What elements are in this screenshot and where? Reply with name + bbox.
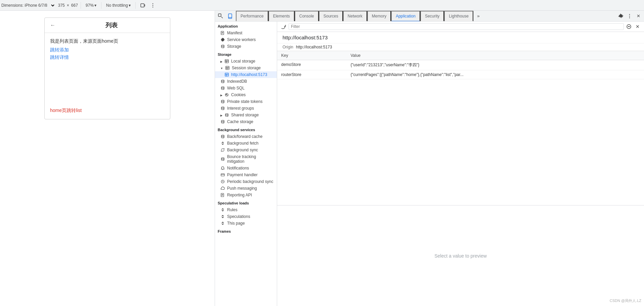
session-storage-label: Session storage: [232, 66, 261, 70]
dimensions-label: Dimensions: iPhone 6/7/8: [1, 3, 47, 8]
sidebar-item-background-fetch[interactable]: Background fetch: [215, 140, 277, 147]
tab-console[interactable]: Console: [295, 11, 319, 22]
svg-rect-5: [228, 14, 232, 18]
sidebar-item-back-forward-cache[interactable]: Back/forward cache: [215, 133, 277, 140]
tab-sources[interactable]: Sources: [319, 11, 343, 22]
svg-point-14: [221, 45, 224, 46]
sidebar-item-bounce-tracking[interactable]: Bounce tracking mitigation: [215, 153, 277, 165]
sidebar-item-this-page[interactable]: This page: [215, 220, 277, 227]
row2-key: routerStore: [277, 70, 346, 79]
tab-memory[interactable]: Memory: [367, 11, 391, 22]
background-fetch-label: Background fetch: [227, 141, 258, 146]
refresh-btn[interactable]: [280, 23, 287, 30]
shared-storage-icon: [224, 113, 229, 117]
rotate-icon-btn[interactable]: [138, 1, 147, 10]
sidebar-item-reporting-api[interactable]: Reporting API: [215, 192, 277, 198]
sidebar-item-speculations[interactable]: Speculations: [215, 213, 277, 220]
filter-bar: ✕: [277, 22, 644, 32]
sidebar-item-periodic-bg-sync[interactable]: Periodic background sync: [215, 178, 277, 185]
sidebar-item-storage[interactable]: Storage: [215, 43, 277, 50]
separator1: [81, 2, 81, 9]
tab-network[interactable]: Network: [343, 11, 367, 22]
expand-shared-storage-icon: [220, 113, 222, 117]
sidebar-item-background-sync[interactable]: Background sync: [215, 147, 277, 153]
tab-elements[interactable]: Elements: [268, 11, 295, 22]
notifications-label: Notifications: [227, 166, 249, 170]
payment-handler-label: Payment handler: [227, 173, 258, 177]
filter-input[interactable]: [289, 23, 624, 30]
fetch-icon: [220, 141, 225, 146]
bell-icon: [220, 166, 225, 170]
devtools-sidebar: Application Manifest Service workers: [215, 22, 277, 306]
manifest-label: Manifest: [227, 31, 242, 35]
sidebar-item-cache-storage[interactable]: Cache storage: [215, 118, 277, 125]
mobile-frame: ← 列表 我是列表页面，来源页面home页 跳转添加 跳转详情 home页跳转l…: [44, 17, 170, 119]
close-devtools-btn[interactable]: ✕: [634, 12, 643, 21]
sidebar-item-websql[interactable]: Web SQL: [215, 85, 277, 91]
section-storage: Storage: [215, 50, 277, 58]
svg-point-28: [221, 87, 224, 88]
table-row[interactable]: routerStore {"currentPages":[{"pathName"…: [277, 70, 644, 79]
more-tabs-btn[interactable]: »: [474, 12, 483, 21]
svg-point-27: [221, 80, 224, 81]
card-icon: [220, 173, 225, 177]
sidebar-item-payment-handler[interactable]: Payment handler: [215, 171, 277, 178]
sidebar-item-notifications[interactable]: Notifications: [215, 165, 277, 171]
cookie-icon: [224, 92, 229, 97]
svg-point-30: [226, 94, 226, 95]
device-select[interactable]: [49, 3, 55, 8]
column-value: Value: [346, 51, 644, 60]
sidebar-item-session-storage[interactable]: Session storage: [215, 65, 277, 71]
link-add[interactable]: 跳转添加: [50, 47, 165, 53]
sidebar-item-interest-groups[interactable]: Interest groups: [215, 105, 277, 112]
speculations-label: Speculations: [227, 214, 250, 219]
sidebar-item-shared-storage[interactable]: Shared storage: [215, 112, 277, 118]
sidebar-item-local-storage[interactable]: Local storage: [215, 58, 277, 65]
tab-security[interactable]: Security: [420, 11, 444, 22]
rules-icon: [220, 207, 225, 212]
expand-cookies-icon: [220, 92, 222, 97]
private-state-icon: [220, 99, 225, 104]
filter-clear-btn[interactable]: ✕: [634, 23, 641, 30]
throttling-dropdown[interactable]: No throttling ▾: [104, 2, 133, 8]
svg-point-32: [227, 94, 227, 94]
svg-point-34: [221, 107, 224, 108]
sidebar-item-service-workers[interactable]: Service workers: [215, 36, 277, 43]
inspect-icon-btn[interactable]: [216, 12, 225, 21]
periodic-bg-sync-label: Periodic background sync: [227, 179, 273, 184]
svg-point-3: [152, 6, 153, 7]
zoom-dropdown[interactable]: 97% ▾: [84, 2, 98, 8]
device-icon-btn[interactable]: [226, 12, 234, 21]
sidebar-item-cookies[interactable]: Cookies: [215, 91, 277, 98]
filter-block-btn[interactable]: [625, 23, 633, 30]
back-button[interactable]: ←: [50, 22, 55, 28]
sidebar-item-manifest[interactable]: Manifest: [215, 30, 277, 36]
x-separator: ×: [67, 3, 69, 8]
tab-application[interactable]: Application: [391, 11, 420, 22]
this-page-icon: [220, 221, 225, 226]
devtools-more-btn[interactable]: [625, 12, 634, 21]
tab-performance[interactable]: Performance: [236, 11, 268, 22]
row1-key: demoStore: [277, 60, 346, 70]
sidebar-item-indexeddb[interactable]: IndexedDB: [215, 78, 277, 85]
sidebar-item-localhost[interactable]: http://localhost:5173: [215, 71, 277, 78]
link-detail[interactable]: 跳转详情: [50, 54, 165, 61]
clock-icon: [220, 179, 225, 184]
svg-point-38: [221, 158, 224, 159]
table-row[interactable]: demoStore {"userId":"213213","userName":…: [277, 60, 644, 70]
bounce-tracking-label: Bounce tracking mitigation: [227, 154, 274, 164]
sidebar-item-push-messaging[interactable]: Push messaging: [215, 185, 277, 192]
svg-point-9: [629, 17, 630, 18]
more-options-btn[interactable]: [148, 1, 157, 10]
main-area: ← 列表 我是列表页面，来源页面home页 跳转添加 跳转详情 home页跳转l…: [0, 11, 644, 306]
settings-btn[interactable]: [616, 12, 625, 21]
height-value: 667: [71, 3, 78, 8]
sidebar-item-private-state[interactable]: Private state tokens: [215, 98, 277, 105]
storage-icon: [220, 44, 225, 49]
svg-point-2: [152, 5, 153, 5]
devtools-tabs: Performance Elements Console Sources Net…: [215, 11, 644, 22]
sidebar-item-rules[interactable]: Rules: [215, 206, 277, 213]
file-icon: [220, 31, 225, 35]
tab-lighthouse[interactable]: Lighthouse: [444, 11, 473, 22]
section-frames: Frames: [215, 227, 277, 235]
